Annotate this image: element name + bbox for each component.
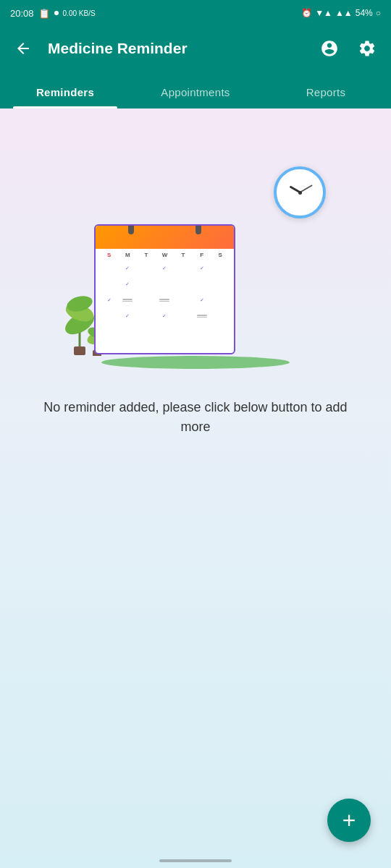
cal-cell-check: ✓ [193,297,211,303]
calendar-ring-left [128,224,134,234]
tab-reports[interactable]: Reports [261,76,391,109]
cal-row-3: ✓ ✓ [100,292,230,308]
lines [197,315,207,318]
tab-reminders-label: Reminders [36,86,94,98]
settings-gear-icon [358,39,377,58]
app-bar: Medicine Reminder [0,26,391,71]
calendar-ring-right [196,224,201,234]
cal-cell [156,299,175,302]
day-s1: S [100,252,119,258]
cal-cell-check: ✓ [100,297,119,303]
signal-icon: ▲▲ [335,8,353,18]
clock-face [279,172,320,213]
status-bar-right: ⏰ ▼▲ ▲▲ 54% ○ [301,8,381,18]
cal-cell-check: ✓ [156,265,175,271]
clock-center [298,191,302,195]
account-circle-icon [320,39,339,58]
cal-row-2: ✓ [100,276,230,292]
lines [122,299,133,302]
day-w: W [156,252,175,258]
calendar-days-header: S M T W T F S [100,252,230,258]
cal-cell [193,315,211,318]
notification-dot [54,11,59,15]
cal-cell-check: ✓ [156,313,175,319]
battery-level: 54% [356,8,373,18]
day-t2: T [174,252,193,258]
calendar-header [96,226,234,249]
day-s2: S [211,252,230,258]
status-bar: 20:08 📋 0.00 KB/S ⏰ ▼▲ ▲▲ 54% ○ [0,0,391,26]
calendar-body: S M T W T F S ✓ ✓ ✓ [96,249,234,327]
data-rate: 0.00 KB/S [63,9,96,17]
illustration-area: S M T W T F S ✓ ✓ ✓ [80,166,311,369]
day-f: F [193,252,211,258]
settings-button[interactable] [355,36,379,61]
back-arrow-icon [14,40,32,57]
back-button[interactable] [12,37,35,60]
battery-icon: ○ [376,8,381,18]
fab-plus-icon: + [342,807,356,834]
main-content: S M T W T F S ✓ ✓ ✓ [0,109,391,868]
nav-indicator [159,859,232,862]
profile-button[interactable] [317,36,342,61]
tab-appointments-label: Appointments [161,86,230,98]
day-t1: T [137,252,156,258]
status-bar-left: 20:08 📋 0.00 KB/S [10,8,96,19]
cal-row-1: ✓ ✓ ✓ [100,260,230,276]
tab-bar: Reminders Appointments Reports [0,71,391,109]
day-m: M [119,252,138,258]
cal-cell [119,299,138,302]
cal-cell-check: ✓ [119,265,138,271]
cal-cell-check: ✓ [119,313,138,319]
empty-message: No reminder added, please click below bu… [0,398,391,437]
ground-oval [101,356,290,369]
tab-reports-label: Reports [306,86,346,98]
tab-appointments[interactable]: Appointments [130,76,261,109]
cal-cell-check: ✓ [193,265,211,271]
tab-reminders[interactable]: Reminders [0,76,130,109]
document-icon: 📋 [38,8,50,19]
cal-cell-check: ✓ [119,281,138,287]
status-time: 20:08 [10,8,34,19]
calendar-card: S M T W T F S ✓ ✓ ✓ [94,224,235,354]
lines [159,299,169,302]
wifi-icon: ▼▲ [315,8,332,18]
clock [274,166,326,218]
cal-row-4: ✓ ✓ [100,308,230,324]
alarm-icon: ⏰ [301,8,312,18]
add-reminder-fab[interactable]: + [327,799,371,842]
app-title: Medicine Reminder [48,40,304,57]
app-bar-icons [317,36,379,61]
